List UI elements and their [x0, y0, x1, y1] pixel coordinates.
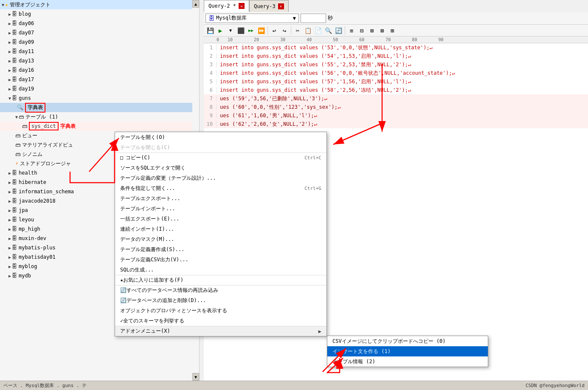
time-input[interactable]: [301, 14, 326, 23]
sidebar-item-table[interactable]: ▼ 🗃 テーブル (1): [0, 112, 192, 122]
sub-ctx-csv-copy[interactable]: CSVイメージにしてクリップボードへコピー (0): [327, 336, 488, 346]
copy-icon[interactable]: 📋: [303, 26, 312, 35]
sub-ctx-table-info-label: テーブル情報 (2): [332, 358, 375, 365]
db-day13-icon: 🗄: [12, 58, 17, 64]
ctx-table-export[interactable]: テーブルエクスポート...: [115, 193, 326, 203]
dropdown-icon[interactable]: ▼: [226, 26, 235, 35]
sidebar-item-day16[interactable]: ▶ 🗄 day16: [0, 65, 192, 75]
ctx-open-sql[interactable]: ソースをSQLエディタで開く: [115, 163, 326, 173]
ctx-list-all-schemas-label: ✓全てのスキーマを列挙する: [120, 317, 184, 325]
ctx-table-def-csv[interactable]: テーブル定義CSV出力(V)...: [115, 254, 326, 265]
sys-dict-icon: 🗃: [22, 123, 27, 129]
sidebar-item-jpa-label: jpa: [19, 207, 28, 213]
sidebar-item-info-schema-label: information_schema: [19, 189, 74, 195]
code-line-10: 10 ues ('62','2,60,'女',NULL,'2');↵: [204, 120, 588, 128]
format1-icon[interactable]: ⊟: [357, 26, 366, 35]
sidebar-item-guns-label: guns: [19, 95, 31, 101]
format3-icon[interactable]: ⊠: [377, 26, 387, 35]
sidebar-item-view-label: ビュー: [22, 132, 37, 139]
ctx-bulk-import[interactable]: 連続インポート(I)...: [115, 224, 326, 234]
sidebar-item-sys-dict[interactable]: 🗃 sys_dict 字典表: [0, 122, 192, 131]
expand-day06-icon: ▶: [8, 21, 11, 26]
sidebar-item-kanri[interactable]: ▼ ★ 管理オブジェクト: [0, 0, 192, 9]
ctx-table-def-change[interactable]: テーブル定義の変更（テーブル設計）...: [115, 173, 326, 183]
ctx-show-obj-props[interactable]: オブジェクトのプロパティとソースを表示する: [115, 305, 326, 316]
ctx-copy[interactable]: □コピー(C) Ctrl+C: [115, 153, 326, 163]
ctx-table-import-label: テーブルインポート...: [120, 205, 175, 212]
sidebar-item-day07-label: day07: [19, 30, 34, 36]
ctx-copy-label-left: □コピー(C): [120, 154, 150, 161]
star-icon: ★: [5, 2, 8, 8]
run-partial-icon[interactable]: ⏩: [256, 26, 266, 35]
sub-ctx-insert[interactable]: インサート文を作る (1): [327, 346, 488, 356]
sys-dict-tooltip: 字典表: [60, 123, 76, 130]
sidebar-item-day17[interactable]: ▶ 🗄 day17: [0, 75, 192, 84]
redo-icon[interactable]: ↪: [280, 26, 289, 35]
ctx-open-cond-shortcut: Ctrl+G: [304, 186, 321, 191]
paste-icon[interactable]: 📄: [313, 26, 323, 35]
expand-day09-icon: ▶: [8, 40, 11, 45]
undo-icon[interactable]: ↩: [270, 26, 279, 35]
ctx-add-remove-db[interactable]: 🔄データベースの追加と削除(D)...: [115, 295, 326, 305]
sidebar-item-day07[interactable]: ▶ 🗄 day07: [0, 28, 192, 37]
ctx-table-def-doc[interactable]: テーブル定義書作成(S)...: [115, 244, 326, 254]
scroll-up-button[interactable]: ▲: [192, 0, 199, 8]
expand-guns-icon: ▼: [8, 96, 11, 101]
db-select[interactable]: 🗄 Mysql数据库 ▼: [205, 14, 299, 23]
run-all-icon[interactable]: ▶▶: [246, 26, 256, 35]
expand-day16-icon: ▶: [8, 68, 11, 73]
search-jiten-icon: 🔍: [17, 105, 23, 110]
sidebar-item-day09-label: day09: [19, 39, 34, 45]
sidebar-item-mybatis-plus-label: mybatis-plus: [19, 245, 56, 251]
code-line-3: 3 insert into guns.sys_dict values ('55'…: [204, 60, 588, 69]
ctx-gen-sql[interactable]: SQLの生成...: [115, 265, 326, 275]
expand-muxin-dev-icon: ▶: [8, 236, 11, 241]
sub-ctx-table-info[interactable]: テーブル情報 (2): [327, 356, 488, 367]
sidebar-item-day13[interactable]: ▶ 🗄 day13: [0, 56, 192, 65]
ctx-addon-menu[interactable]: アドオンメニュー(X) ▶: [115, 326, 326, 336]
tab-query2[interactable]: Query-2 * ✕: [204, 0, 249, 12]
replace-icon[interactable]: 🔄: [334, 26, 343, 35]
find-icon[interactable]: 🔍: [324, 26, 333, 35]
save-icon[interactable]: 💾: [205, 26, 215, 35]
expand-leyou-icon: ▶: [8, 218, 11, 222]
ctx-close-table[interactable]: テーブルを閉じる(C): [115, 142, 326, 153]
ctx-bulk-export[interactable]: 一括エクスポート(E)...: [115, 214, 326, 224]
sidebar-item-day09[interactable]: ▶ 🗄 day09: [0, 37, 192, 47]
ctx-add-fav[interactable]: ★お気に入りに追加する(F): [115, 275, 326, 285]
code-line-7: 7 ues ('59','3,56,'已删除',NULL,'3');↵: [204, 94, 588, 103]
grid-icon[interactable]: ⊞: [388, 26, 397, 35]
sidebar-item-blog[interactable]: ▶ 🗄 blog: [0, 9, 192, 19]
synonym-icon: 🗃: [15, 151, 20, 157]
tab-query3-close[interactable]: ✕: [278, 3, 284, 9]
sidebar-item-day19[interactable]: ▶ 🗄 day19: [0, 84, 192, 93]
ctx-open-cond[interactable]: 条件を指定して開く... Ctrl+G: [115, 183, 326, 193]
scroll-down-button[interactable]: ▼: [192, 373, 199, 381]
ctx-gen-sql-label: SQLの生成...: [120, 266, 154, 274]
ctx-mask-data-label: データのマスク(M)...: [120, 236, 174, 243]
ctx-open-table[interactable]: テーブルを開く(O): [115, 132, 326, 142]
sidebar-item-day11[interactable]: ▶ 🗄 day11: [0, 47, 192, 56]
sidebar-item-day06[interactable]: ▶ 🗄 day06: [0, 19, 192, 28]
db-day11-icon: 🗄: [12, 48, 17, 54]
toolbar-area: 🗄 Mysql数据库 ▼ 秒: [204, 12, 588, 25]
sidebar-item-day11-label: day11: [19, 48, 34, 54]
ctx-mask-data[interactable]: データのマスク(M)...: [115, 234, 326, 244]
stop-icon[interactable]: ⬛: [236, 26, 245, 35]
sidebar-item-guns[interactable]: ▼ 🗄 guns: [0, 93, 192, 103]
expand-mybatis-plus-icon: ▶: [8, 246, 11, 250]
run-icon[interactable]: ▶: [216, 26, 225, 35]
ctx-reload-all-db[interactable]: 🔄すべてのデータベース情報の再読み込み: [115, 285, 326, 295]
db-health-icon: 🗄: [12, 170, 17, 176]
tab-query3[interactable]: Query-3 ✕: [249, 0, 289, 12]
sec-label: 秒: [328, 14, 333, 22]
tab-query2-close[interactable]: ✕: [239, 3, 245, 9]
expand-day11-icon: ▶: [8, 49, 11, 54]
cut-icon[interactable]: ✂: [293, 26, 302, 35]
format2-icon[interactable]: ⊞: [367, 26, 377, 35]
ctx-table-import[interactable]: テーブルインポート...: [115, 203, 326, 214]
code-line-4: 4 insert into guns.sys_dict values ('56'…: [204, 69, 588, 77]
align-left-icon[interactable]: ≡: [347, 26, 356, 35]
ctx-list-all-schemas[interactable]: ✓全てのスキーマを列挙する: [115, 316, 326, 326]
sidebar-item-jiten[interactable]: 🔍 字典表: [0, 103, 192, 112]
